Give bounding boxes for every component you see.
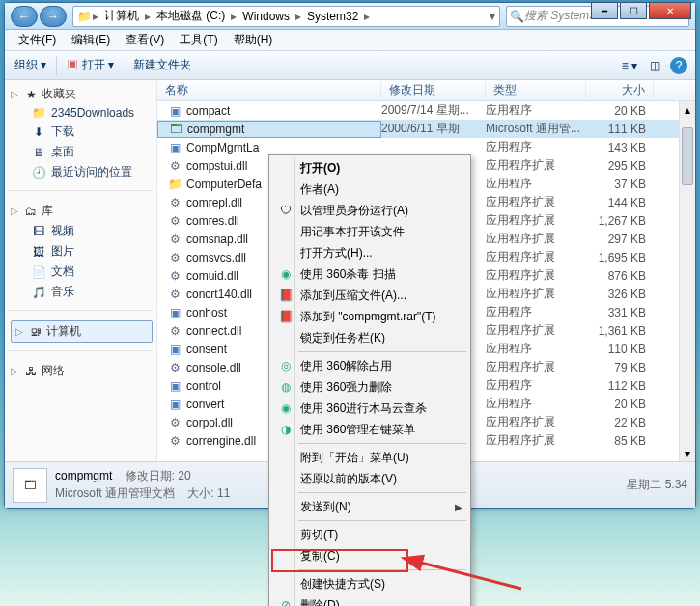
close-button[interactable]: ✕ xyxy=(649,2,691,19)
ctx-force-delete-360[interactable]: ◍使用 360强力删除 xyxy=(271,376,468,398)
col-date[interactable]: 修改日期 xyxy=(381,82,486,98)
breadcrumb-seg[interactable]: 本地磁盘 (C:) xyxy=(153,8,229,24)
sidebar-item-recent[interactable]: 🕘最近访问的位置 xyxy=(11,162,153,182)
file-row[interactable]: 🗔compmgmt2000/6/11 早期Microsoft 通用管...111… xyxy=(157,120,695,138)
file-icon: 📁 xyxy=(167,177,182,192)
breadcrumb-seg[interactable]: Windows xyxy=(238,10,294,23)
ctx-pin-taskbar[interactable]: 锁定到任务栏(K) xyxy=(271,327,468,348)
file-size: 112 KB xyxy=(586,379,646,393)
file-size: 143 KB xyxy=(586,141,646,154)
ctx-restore-versions[interactable]: 还原以前的版本(V) xyxy=(271,468,468,489)
file-name: CompMgmtLa xyxy=(186,141,259,154)
file-name: control xyxy=(186,379,221,393)
col-name[interactable]: 名称 xyxy=(157,82,381,98)
ctx-send-to[interactable]: 发送到(N)▶ xyxy=(271,496,468,517)
breadcrumb-seg[interactable]: 计算机 xyxy=(100,8,143,24)
file-name: consent xyxy=(186,343,227,356)
scroll-down-arrow[interactable]: ▾ xyxy=(680,445,695,461)
menu-tools[interactable]: 工具(T) xyxy=(172,32,225,48)
folder-icon: 📁 xyxy=(32,106,45,120)
sidebar: ▷★收藏夹 📁2345Downloads ⬇下载 🖥桌面 🕘最近访问的位置 ▷🗂… xyxy=(5,80,157,461)
help-button[interactable]: ? xyxy=(670,57,687,74)
file-size: 20 KB xyxy=(586,104,646,118)
file-name: convert xyxy=(186,398,224,411)
file-icon: ▣ xyxy=(167,103,182,119)
preview-pane-button[interactable]: ◫ xyxy=(645,56,664,75)
file-icon: ⚙ xyxy=(167,287,182,302)
sidebar-item-videos[interactable]: 🎞视频 xyxy=(11,221,153,241)
scrollbar[interactable]: ▴ ▾ xyxy=(679,101,695,461)
sidebar-item-2345downloads[interactable]: 📁2345Downloads xyxy=(11,104,153,122)
back-button[interactable]: ← xyxy=(11,6,38,27)
delete-icon: ⊘ xyxy=(277,598,294,606)
file-type: 应用程序扩展 xyxy=(486,359,586,375)
search-icon: 🔍 xyxy=(510,10,524,23)
minimize-button[interactable]: ━ xyxy=(591,2,618,19)
view-options-button[interactable]: ≡ ▾ xyxy=(620,56,639,75)
maximize-button[interactable]: ☐ xyxy=(620,2,647,19)
sidebar-item-documents[interactable]: 📄文档 xyxy=(11,262,153,282)
sidebar-item-downloads[interactable]: ⬇下载 xyxy=(11,122,153,142)
organize-button[interactable]: 组织 ▾ xyxy=(5,57,56,73)
sidebar-item-desktop[interactable]: 🖥桌面 xyxy=(11,142,153,162)
file-icon: ⚙ xyxy=(167,415,182,430)
ctx-menu-360[interactable]: ◑使用 360管理右键菜单 xyxy=(271,419,468,440)
sidebar-item-pictures[interactable]: 🖼图片 xyxy=(11,241,153,262)
ctx-scan-360[interactable]: ◉使用 360杀毒 扫描 xyxy=(271,263,468,285)
col-type[interactable]: 类型 xyxy=(486,82,586,98)
file-type: 应用程序扩展 xyxy=(486,231,586,247)
chevron-right-icon: ▶ xyxy=(455,502,462,512)
ctx-author[interactable]: 作者(A) xyxy=(271,179,468,200)
archive-icon: 📕 xyxy=(277,289,294,302)
file-size: 876 KB xyxy=(586,269,646,283)
ctx-cut[interactable]: 剪切(T) xyxy=(271,524,468,545)
scroll-up-arrow[interactable]: ▴ xyxy=(680,101,695,118)
sidebar-libraries-header[interactable]: ▷🗂库 xyxy=(11,201,153,221)
file-size: 326 KB xyxy=(586,288,646,301)
new-folder-button[interactable]: 新建文件夹 xyxy=(124,57,201,73)
ctx-open-with[interactable]: 打开方式(H)... xyxy=(271,242,468,263)
desktop-icon: 🖥 xyxy=(32,146,45,159)
forward-button[interactable]: → xyxy=(40,6,67,27)
ctx-pin-start[interactable]: 附到「开始」菜单(U) xyxy=(271,447,468,468)
scroll-thumb[interactable] xyxy=(682,127,693,185)
ctx-create-shortcut[interactable]: 创建快捷方式(S) xyxy=(271,573,468,594)
file-size: 111 KB xyxy=(586,123,646,136)
file-name: console.dll xyxy=(186,361,241,374)
file-name: comsnap.dll xyxy=(186,233,248,246)
file-size: 110 KB xyxy=(586,343,646,356)
sidebar-computer[interactable]: ▷🖳计算机 xyxy=(11,320,153,343)
menu-edit[interactable]: 编辑(E) xyxy=(64,32,118,48)
download-icon: ⬇ xyxy=(32,125,45,139)
ctx-delete[interactable]: ⊘删除(D) xyxy=(271,594,468,606)
breadcrumb-seg[interactable]: System32 xyxy=(303,10,362,23)
ctx-open[interactable]: 打开(O) xyxy=(271,157,468,179)
statusbar-datetime: 星期二 5:34 xyxy=(627,477,687,493)
menu-view[interactable]: 查看(V) xyxy=(118,32,172,48)
sidebar-item-music[interactable]: 🎵音乐 xyxy=(11,282,153,302)
ctx-run-as-admin[interactable]: 🛡以管理员身份运行(A) xyxy=(271,200,468,221)
column-headers: 名称 修改日期 类型 大小 xyxy=(157,80,695,101)
ctx-add-archive[interactable]: 📕添加到压缩文件(A)... xyxy=(271,285,468,306)
menu-help[interactable]: 帮助(H) xyxy=(226,32,281,48)
ctx-open-notepad[interactable]: 用记事本打开该文件 xyxy=(271,221,468,242)
file-icon: ⚙ xyxy=(167,158,182,174)
file-size: 1,267 KB xyxy=(586,214,646,228)
sidebar-network[interactable]: ▷🖧网络 xyxy=(11,361,153,381)
ctx-add-rar[interactable]: 📕添加到 "compmgmt.rar"(T) xyxy=(271,306,468,327)
ctx-copy[interactable]: 复制(C) xyxy=(271,545,468,566)
breadcrumb[interactable]: 📁 ▸ 计算机▸ 本地磁盘 (C:)▸ Windows▸ System32▸ ▾ xyxy=(72,6,500,27)
file-type: 应用程序 xyxy=(486,139,586,155)
ctx-trojan-scan-360[interactable]: ◉使用 360进行木马云查杀 xyxy=(271,398,468,419)
file-type: 应用程序 xyxy=(486,396,586,412)
ctx-unlock-360[interactable]: ◎使用 360解除占用 xyxy=(271,355,468,376)
file-type: 应用程序扩展 xyxy=(486,157,586,174)
file-type: 应用程序扩展 xyxy=(486,414,586,430)
file-name: comrepl.dll xyxy=(186,196,242,209)
menu-file[interactable]: 文件(F) xyxy=(11,32,64,48)
col-size[interactable]: 大小 xyxy=(586,82,654,98)
open-button[interactable]: ▣ 打开 ▾ xyxy=(57,57,124,73)
file-size: 22 KB xyxy=(586,416,646,429)
sidebar-favorites-header[interactable]: ▷★收藏夹 xyxy=(11,84,153,104)
file-row[interactable]: ▣compact2009/7/14 星期...应用程序20 KB xyxy=(157,101,695,120)
